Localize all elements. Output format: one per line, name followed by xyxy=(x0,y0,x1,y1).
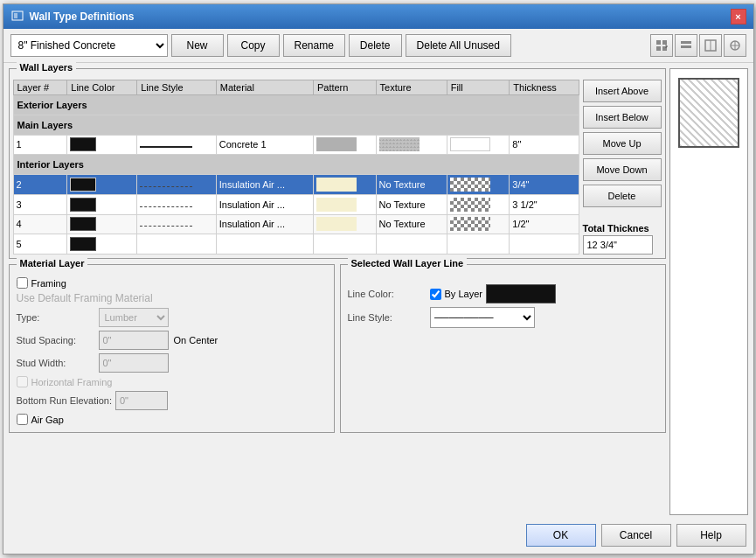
svg-rect-3 xyxy=(662,40,667,45)
row5-thickness xyxy=(510,234,579,255)
table-row[interactable]: 4 Insulation Air ... No Texture 1/2" xyxy=(13,214,579,234)
title-bar: Wall Type Definitions × xyxy=(3,4,753,29)
table-row[interactable]: 2 Insulation Air ... No Texture 3/4" xyxy=(13,175,579,195)
help-button[interactable]: Help xyxy=(676,524,746,547)
delete-button[interactable]: Delete xyxy=(349,34,402,57)
delete-all-unused-button[interactable]: Delete All Unused xyxy=(406,34,511,57)
svg-rect-4 xyxy=(656,46,661,51)
cancel-button[interactable]: Cancel xyxy=(601,524,671,547)
ok-button[interactable]: OK xyxy=(526,524,596,547)
air-gap-label: Air Gap xyxy=(31,415,64,425)
row3-pattern[interactable] xyxy=(313,194,376,214)
col-texture: Texture xyxy=(376,80,447,95)
on-center-label: On Center xyxy=(174,335,218,345)
view-icon-3[interactable] xyxy=(699,34,722,57)
row4-pattern[interactable] xyxy=(313,214,376,234)
row3-fill[interactable] xyxy=(447,194,510,214)
row3-layer: 3 xyxy=(13,194,67,214)
row2-texture[interactable]: No Texture xyxy=(376,175,447,195)
horizontal-checkbox-label: Horizontal Framing xyxy=(17,376,113,387)
framing-label: Framing xyxy=(31,278,66,289)
row3-texture[interactable]: No Texture xyxy=(376,194,447,214)
view-icon-4[interactable] xyxy=(724,34,746,57)
row2-pattern[interactable] xyxy=(313,175,376,195)
row4-fill[interactable] xyxy=(447,214,510,234)
rename-button[interactable]: Rename xyxy=(283,34,345,57)
svg-rect-2 xyxy=(656,40,661,45)
by-layer-checkbox[interactable] xyxy=(430,289,441,300)
stud-spacing-row: Stud Spacing: On Center xyxy=(17,331,327,350)
table-row[interactable]: 3 Insulation Air ... No Texture 3 1/2" xyxy=(13,194,579,214)
layers-table: Layer # Line Color Line Style Material P… xyxy=(13,80,579,255)
dialog-title: Wall Type Definitions xyxy=(30,10,135,23)
row1-pattern[interactable] xyxy=(313,135,376,155)
move-up-button[interactable]: Move Up xyxy=(583,132,662,155)
row1-texture[interactable] xyxy=(376,135,447,155)
horizontal-row: Horizontal Framing xyxy=(17,376,327,387)
air-gap-checkbox-label: Air Gap xyxy=(17,414,327,425)
col-layer: Layer # xyxy=(13,80,67,95)
table-area: Layer # Line Color Line Style Material P… xyxy=(13,80,662,255)
title-bar-left: Wall Type Definitions xyxy=(10,10,135,24)
interior-layers-header: Interior Layers xyxy=(13,155,579,175)
line-color-swatch[interactable] xyxy=(486,284,556,303)
table-row[interactable]: 1 Concrete 1 8" xyxy=(13,135,579,155)
row5-pattern xyxy=(313,234,376,255)
line-style-select[interactable]: ──────── - - - - - - xyxy=(430,307,535,328)
row3-thickness: 3 1/2" xyxy=(510,194,579,214)
close-button[interactable]: × xyxy=(731,9,746,24)
stud-width-input[interactable] xyxy=(99,353,169,373)
col-linestyle: Line Style xyxy=(137,80,217,95)
wall-layers-legend: Wall Layers xyxy=(17,62,77,73)
framing-checkbox[interactable] xyxy=(17,277,28,289)
move-down-button[interactable]: Move Down xyxy=(583,158,662,181)
view-icon-1[interactable] xyxy=(650,34,673,57)
row1-fill[interactable] xyxy=(447,135,510,155)
row2-linestyle xyxy=(137,175,217,195)
bottom-run-input[interactable] xyxy=(115,391,168,410)
svg-rect-7 xyxy=(681,41,691,44)
new-button[interactable]: New xyxy=(171,34,224,57)
interior-label: Interior Layers xyxy=(13,155,579,175)
row5-linecolor[interactable] xyxy=(67,234,137,255)
copy-button[interactable]: Copy xyxy=(227,34,280,57)
row4-linecolor[interactable] xyxy=(67,214,137,234)
use-default-label: Use Default Framing Material xyxy=(17,292,153,304)
col-thickness: Thickness xyxy=(510,80,579,95)
row3-linecolor[interactable] xyxy=(67,194,137,214)
row2-linecolor[interactable] xyxy=(67,175,137,195)
wall-type-select[interactable]: 8" Finished Concrete xyxy=(10,34,168,57)
line-color-label: Line Color: xyxy=(348,289,427,299)
row2-fill[interactable] xyxy=(447,175,510,195)
left-panel: Wall Layers Layer # Line Color Line Styl… xyxy=(9,68,666,515)
view-icon-2[interactable] xyxy=(675,34,697,57)
type-select[interactable]: Lumber xyxy=(99,308,169,327)
row5-fill xyxy=(447,234,510,255)
stud-spacing-input[interactable] xyxy=(99,331,169,350)
insert-above-button[interactable]: Insert Above xyxy=(583,80,662,102)
row2-thickness: 3/4" xyxy=(510,175,579,195)
wall-layers-group: Wall Layers Layer # Line Color Line Styl… xyxy=(9,68,666,259)
bottom-run-label: Bottom Run Elevation: xyxy=(17,395,112,406)
row1-material: Concrete 1 xyxy=(216,135,313,155)
table-row[interactable]: 5 xyxy=(13,234,579,255)
insert-below-button[interactable]: Insert Below xyxy=(583,106,662,129)
row1-linecolor[interactable] xyxy=(67,135,137,155)
air-gap-checkbox[interactable] xyxy=(17,414,28,425)
side-buttons: Insert Above Insert Below Move Up Move D… xyxy=(583,80,662,255)
air-gap-row: Air Gap xyxy=(17,414,327,425)
row5-material xyxy=(216,234,313,255)
total-thickness-label: Total Thicknes xyxy=(583,223,662,234)
exterior-layers-header: Exterior Layers xyxy=(13,95,579,115)
row4-texture[interactable]: No Texture xyxy=(376,214,447,234)
exterior-label: Exterior Layers xyxy=(13,95,579,115)
horizontal-checkbox[interactable] xyxy=(17,376,28,387)
framing-checkbox-label: Framing xyxy=(17,277,66,289)
preview-panel xyxy=(669,68,748,515)
type-label: Type: xyxy=(17,312,95,323)
row1-layer: 1 xyxy=(13,135,67,155)
dialog-icon xyxy=(10,10,24,24)
delete-row-button[interactable]: Delete xyxy=(583,185,662,207)
framing-row: Framing xyxy=(17,277,327,289)
total-thickness-input[interactable] xyxy=(583,235,653,255)
